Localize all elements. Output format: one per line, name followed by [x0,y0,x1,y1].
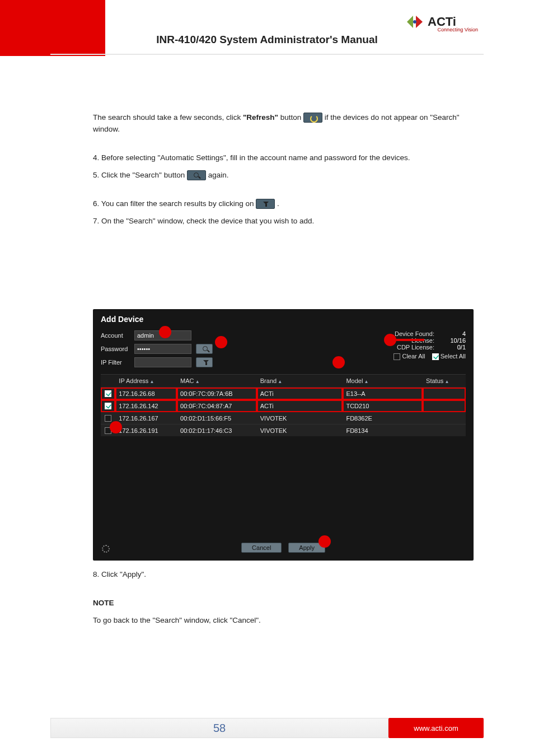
row-checkbox[interactable] [105,415,111,422]
col-mac[interactable]: MAC [177,375,257,388]
annotation-circle [215,336,227,348]
cell-model: TCD210 [343,400,423,412]
step-4: 4. Before selecting "Automatic Settings"… [93,152,474,164]
cell-ip: 172.16.26.142 [115,400,177,412]
cell-brand: ACTi [257,388,343,400]
row-checkbox[interactable] [105,403,111,409]
annotation-circle [110,421,122,433]
col-model[interactable]: Model [343,375,423,388]
cell-ip: 172.16.26.167 [115,412,177,424]
cell-mac: 00:0F:7C:09:7A:6B [177,388,257,400]
site-link[interactable]: www.acti.com [388,718,484,738]
annotation-circle [384,334,396,346]
filter-button[interactable] [196,357,213,367]
clear-all-checkbox[interactable] [394,353,400,360]
add-device-dialog: Add Device Account Password IP Filter De… [93,309,474,561]
step-6: 6. You can filter the search results by … [93,198,474,210]
cell-ip: 172.16.26.191 [115,424,177,437]
svg-marker-1 [416,16,423,28]
cell-mac: 00:0F:7C:04:87:A7 [177,400,257,412]
col-select [101,375,115,388]
cell-brand: VIVOTEK [257,424,343,437]
page-title: INR-410/420 System Administrator's Manua… [0,34,534,46]
select-all-checkbox[interactable] [432,353,439,360]
cell-brand: VIVOTEK [257,412,343,424]
filter-icon [256,199,275,209]
table-row[interactable]: 172.16.26.19100:02:D1:17:46:C3VIVOTEKFD8… [101,424,466,437]
cell-status [423,412,466,424]
row-checkbox[interactable] [105,390,111,397]
password-label: Password [101,346,134,352]
ipfilter-input[interactable] [134,357,191,367]
step-8: 8. Click "Apply". [93,569,474,581]
cell-mac: 00:02:D1:17:46:C3 [177,424,257,437]
svg-marker-0 [407,16,413,28]
annotation-line [396,339,424,341]
filter-icon [196,358,216,368]
cell-model: FD8134 [343,424,423,437]
cell-brand: ACTi [257,400,343,412]
cell-status [423,400,466,412]
note-heading: NOTE [93,598,474,609]
step-3-refresh: The search should take a few seconds, cl… [93,112,474,136]
annotation-circle [318,535,331,548]
col-brand[interactable]: Brand [257,375,343,388]
col-status[interactable]: Status [423,375,466,388]
annotation-circle [159,326,171,338]
logo-mark-icon [405,12,424,31]
cell-status [423,424,466,437]
refresh-icon [303,113,322,123]
cell-status [423,388,466,400]
cell-model: FD8362E [343,412,423,424]
annotation-circle [332,356,345,368]
step-7: 7. On the "Search" window, check the dev… [93,216,474,227]
ipfilter-label: IP Filter [101,359,134,366]
device-table: IP Address MAC Brand Model Status 172.16… [101,374,466,436]
note-body: To go back to the "Search" window, click… [93,615,474,627]
page-number: 58 [50,718,388,738]
clear-all-label: Clear All [402,353,425,360]
license-value: 10/16 [447,337,466,344]
brand-tagline: Connecting Vision [438,27,478,32]
brand-stripe [0,0,105,56]
cell-model: E13--A [343,388,423,400]
svg-point-2 [413,20,416,24]
search-button[interactable] [196,344,213,354]
search-icon [187,170,206,180]
dialog-title: Add Device [101,315,466,324]
body-content-2: 8. Click "Apply". NOTE To go back to the… [93,566,474,632]
cancel-button[interactable]: Cancel [241,543,282,553]
spinner-icon [102,545,110,553]
device-found-value: 4 [447,330,466,337]
table-row[interactable]: 172.16.26.16700:02:D1:15:66:F5VIVOTEKFD8… [101,412,466,424]
header-divider [50,54,484,55]
cdp-license-label: CDP License: [387,344,434,351]
body-content: The search should take a few seconds, cl… [93,112,474,233]
step-5: 5. Click the "Search" button again. [93,170,474,181]
account-label: Account [101,332,134,339]
cdp-license-value: 0/1 [447,344,466,351]
search-icon [196,344,216,354]
cell-ip: 172.16.26.68 [115,388,177,400]
cell-mac: 00:02:D1:15:66:F5 [177,412,257,424]
select-all-label: Select All [441,353,466,360]
table-row[interactable]: 172.16.26.6800:0F:7C:09:7A:6BACTiE13--A [101,388,466,400]
password-input[interactable] [134,344,191,354]
col-ip[interactable]: IP Address [115,375,177,388]
table-row[interactable]: 172.16.26.14200:0F:7C:04:87:A7ACTiTCD210 [101,400,466,412]
